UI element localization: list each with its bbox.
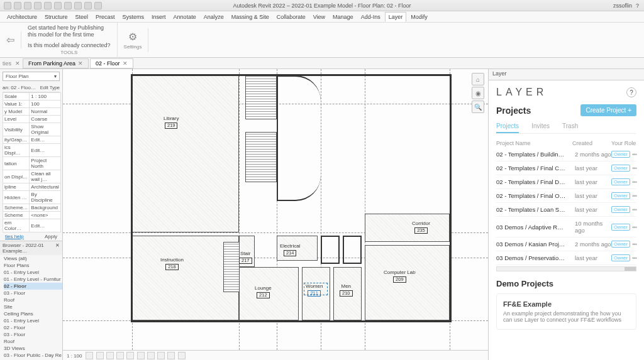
create-project-button[interactable]: Create Project + <box>580 104 636 116</box>
ribbon-tab-view[interactable]: View <box>310 13 328 21</box>
property-row[interactable]: LevelCoarse <box>3 116 61 123</box>
browser-item[interactable]: 03 - Floor <box>4 290 62 297</box>
shadows-icon[interactable] <box>116 352 124 359</box>
ribbon-tab-insert[interactable]: Insert <box>148 13 169 21</box>
project-row[interactable]: 02 - Templates / Final D…last yearOwner•… <box>496 175 636 189</box>
reveal-icon[interactable] <box>157 352 165 359</box>
property-row[interactable]: Scheme…Background <box>3 204 61 212</box>
connected-text[interactable]: Is this model already connected? <box>28 42 111 48</box>
user-name[interactable]: zssoflin <box>613 3 632 9</box>
view-tab[interactable]: 02 - Floor✕ <box>90 58 133 68</box>
property-row[interactable]: em Color…Edit… <box>3 219 61 232</box>
detail-level-icon[interactable] <box>86 352 93 359</box>
scale-display[interactable]: 1 : 100 <box>67 353 82 359</box>
canvas-wrap[interactable]: Library 219 Instruction 218 Stair 217 <box>63 69 488 350</box>
property-row[interactable]: tationProject North <box>3 157 61 170</box>
more-icon[interactable]: ••• <box>632 192 636 199</box>
ribbon-tab-systems[interactable]: Systems <box>119 13 148 21</box>
browser-item[interactable]: 02 - Floor <box>4 283 62 290</box>
qat-icon[interactable] <box>54 2 62 9</box>
ribbon-tab-massing-site[interactable]: Massing & Site <box>228 13 272 21</box>
qat-icon[interactable] <box>4 2 11 9</box>
property-row[interactable]: Scheme<none> <box>3 212 61 219</box>
layer-tab-projects[interactable]: Projects <box>496 123 519 133</box>
browser-item[interactable]: 01 - Entry Level <box>4 317 62 324</box>
ribbon-tab-precast[interactable]: Precast <box>92 13 118 21</box>
ribbon-tab-annotate[interactable]: Annotate <box>170 13 199 21</box>
view-tab[interactable]: From Parking Area✕ <box>23 58 89 68</box>
close-icon[interactable]: ✕ <box>14 60 21 67</box>
close-icon[interactable]: ✕ <box>78 60 83 67</box>
property-row[interactable]: VisibilityShow Original <box>3 123 61 136</box>
home-icon[interactable]: ⌂ <box>472 73 484 85</box>
qat-icon[interactable] <box>44 2 52 9</box>
properties-help-link[interactable]: ties help <box>5 234 24 239</box>
more-icon[interactable]: ••• <box>632 165 636 172</box>
project-row[interactable]: 02 - Templates / Final C…last yearOwner•… <box>496 161 636 175</box>
worksharing-icon[interactable] <box>167 352 175 359</box>
demo-card[interactable]: FF&E Example An example project demonstr… <box>496 293 636 330</box>
browser-tree[interactable]: Views (all) Floor Plans 01 - Entry Level… <box>0 255 62 360</box>
qat-icon[interactable] <box>24 2 31 9</box>
visual-style-icon[interactable] <box>96 352 104 359</box>
zoom-icon[interactable]: 🔍 <box>472 101 484 113</box>
property-row[interactable]: y ModelNormal <box>3 108 61 116</box>
browser-item[interactable]: 3D Views <box>4 345 62 352</box>
browser-item[interactable]: Roof <box>4 338 62 345</box>
edit-type-button[interactable]: Edit Type <box>40 85 60 90</box>
browser-item[interactable]: 03 - Floor <box>4 331 62 338</box>
properties-grid[interactable]: Scale1 : 100Value 1:100y ModelNormalLeve… <box>3 92 61 232</box>
project-row[interactable]: 02 - Templates / Final O…last yearOwner•… <box>496 189 636 203</box>
property-row[interactable]: Scale1 : 100 <box>3 93 61 101</box>
project-row[interactable]: 03 Demos / Kasian Proj…2 months agoOwner… <box>496 237 636 251</box>
browser-item[interactable]: Ceiling Plans <box>4 310 62 317</box>
more-icon[interactable]: ••• <box>632 254 636 261</box>
nav-wheel-icon[interactable]: ◉ <box>472 87 484 99</box>
more-icon[interactable]: ••• <box>632 151 636 158</box>
project-row[interactable]: 02 - Templates / Buildin…2 months agoOwn… <box>496 148 636 161</box>
qat-icon[interactable] <box>74 2 82 9</box>
property-row[interactable]: Value 1:100 <box>3 101 61 108</box>
type-selector[interactable]: Floor Plan ▾ <box>3 72 60 81</box>
qat-icon[interactable] <box>84 2 92 9</box>
publish-panel[interactable]: ⇦ <box>0 31 21 48</box>
layer-tab-invites[interactable]: Invites <box>531 123 550 133</box>
apply-button[interactable]: Apply <box>45 234 57 239</box>
property-row[interactable]: on Displ…Clean all wall j… <box>3 170 61 183</box>
browser-item[interactable]: 01 - Entry Level - Furnitur <box>4 276 62 283</box>
ribbon-tab-layer[interactable]: Layer <box>385 12 407 22</box>
crop-region-icon[interactable] <box>137 352 145 359</box>
qat-icon[interactable] <box>94 2 102 9</box>
project-row[interactable]: 03 Demos / Preservatio…last yearOwner••• <box>496 251 636 265</box>
scrollbar-thumb[interactable] <box>625 267 636 271</box>
browser-item[interactable]: Roof <box>4 297 62 303</box>
browser-item[interactable]: 03 - Floor Public - Day Re <box>4 352 62 359</box>
qat-icon[interactable] <box>14 2 21 9</box>
ribbon-tab-add-ins[interactable]: Add-Ins <box>358 13 384 21</box>
horizontal-scrollbar[interactable] <box>496 266 636 271</box>
property-row[interactable]: ity/Grap…Edit… <box>3 136 61 144</box>
crop-icon[interactable] <box>126 352 134 359</box>
help-icon[interactable]: ? <box>626 87 636 97</box>
settings-panel[interactable]: ⚙ Settings <box>118 28 149 52</box>
props-instance-label[interactable]: an: 02 - Floo… <box>3 85 36 90</box>
qat-icon[interactable] <box>34 2 42 9</box>
browser-item[interactable]: Site <box>4 303 62 310</box>
more-icon[interactable]: ••• <box>632 241 636 248</box>
hide-icon[interactable] <box>147 352 155 359</box>
property-row[interactable]: ics Displ…Edit… <box>3 144 61 157</box>
ribbon-tab-structure[interactable]: Structure <box>42 13 71 21</box>
browser-item[interactable]: 02 - Floor <box>4 324 62 331</box>
constraint-icon[interactable] <box>178 352 186 359</box>
ribbon-tab-architecture[interactable]: Architecture <box>4 13 40 21</box>
floor-plan-canvas[interactable]: Library 219 Instruction 218 Stair 217 <box>63 69 488 350</box>
project-row[interactable]: 02 - Templates / Loan S…last yearOwner••… <box>496 203 636 217</box>
browser-item[interactable]: Floor Plans <box>4 262 62 269</box>
layer-tab-trash[interactable]: Trash <box>562 123 578 133</box>
project-row[interactable]: 03 Demos / Adaptive R…10 months agoOwner… <box>496 217 636 237</box>
close-icon[interactable]: ✕ <box>123 60 128 67</box>
ribbon-tab-modify[interactable]: Modify <box>408 13 431 21</box>
browser-item[interactable]: Views (all) <box>4 255 62 262</box>
sun-path-icon[interactable] <box>106 352 114 359</box>
more-icon[interactable]: ••• <box>632 178 636 185</box>
